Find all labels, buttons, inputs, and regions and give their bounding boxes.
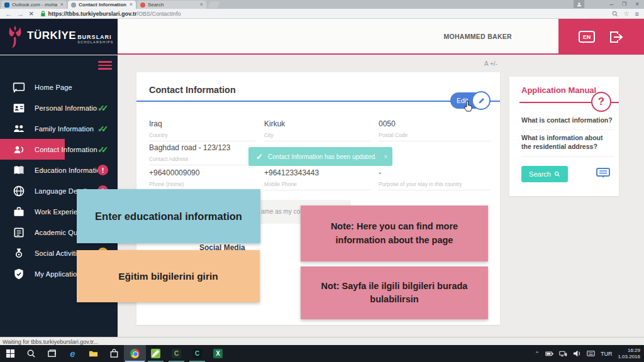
url-field[interactable]: https://tbbs.turkiyeburslari.gov.tr/OBS/… <box>40 11 612 17</box>
date: 1.03.2016 <box>618 354 640 360</box>
url-path: /OBS/ContactInfo <box>136 11 180 17</box>
annotation-note-pink-tr: Not: Sayfa ile ilgili bilgileri burada b… <box>301 266 488 319</box>
checkbox-label-fragment: ame as my cont <box>261 208 306 215</box>
user-name[interactable]: MOHAMMED BAKER <box>443 33 512 40</box>
field-country: Iraq Country <box>149 119 256 141</box>
camtasia-recorder-icon[interactable]: C <box>171 348 182 359</box>
close-tab-icon[interactable]: × <box>200 2 203 8</box>
sidebar-item-personal-information[interactable]: Personal Information ✓✓ <box>0 97 118 118</box>
header-actions: EN <box>558 19 644 55</box>
bookmark-star-icon[interactable]: ☆ <box>624 10 630 17</box>
close-tab-icon[interactable]: × <box>60 2 64 8</box>
window-minimize-button[interactable]: – <box>609 1 613 8</box>
browser-profile-icon[interactable] <box>574 0 584 8</box>
pencil-icon <box>472 91 491 110</box>
required-exclamation-icon: ! <box>97 165 108 175</box>
battery-icon[interactable] <box>545 349 553 358</box>
search-favicon-icon <box>140 3 145 8</box>
start-button-icon[interactable] <box>5 348 16 359</box>
language-badge: EN <box>583 34 591 40</box>
field-purpose-of-stay: - Purpose of your stay in this country <box>379 168 491 190</box>
url-host: https://tbbs.turkiyeburslari.gov.tr <box>48 11 137 17</box>
stop-loading-icon[interactable]: ✕ <box>29 11 34 17</box>
windows-store-icon[interactable] <box>109 348 119 359</box>
language-selector-button[interactable]: EN <box>579 31 595 43</box>
green-pen-app-icon[interactable] <box>150 348 161 359</box>
new-tab-button[interactable] <box>208 1 220 8</box>
sidebar-item-home-page[interactable]: Home Page <box>0 77 118 97</box>
logout-icon[interactable] <box>609 30 624 44</box>
keyboard-language-indicator[interactable]: TUR <box>601 351 613 357</box>
certificate-icon <box>13 226 26 239</box>
field-postal-code: 0050 Postal Code <box>379 119 491 141</box>
globe-icon <box>13 185 26 197</box>
taskbar-clock[interactable]: 16:29 1.03.2016 <box>618 348 640 360</box>
id-card-icon <box>13 102 26 114</box>
system-tray: ⌃ TUR 16:29 1.03.2016 <box>535 345 644 362</box>
field-mobile-phone: +964123343443 Mobile Phone <box>264 168 371 190</box>
network-icon[interactable] <box>559 349 567 358</box>
double-check-icon: ✓✓ <box>97 103 108 113</box>
check-icon: ✓ <box>256 152 263 162</box>
sidebar-item-contact-information[interactable]: Contact Information ✓✓ <box>0 139 118 160</box>
site-logo[interactable]: TÜRKİYE BURSLARI SCHOLARSHIPS <box>0 19 118 55</box>
tab-title: Contact Information <box>79 2 127 8</box>
forward-button-icon[interactable]: → <box>17 10 24 18</box>
manual-question-1[interactable]: What is contact information? <box>521 116 614 130</box>
back-button-icon[interactable]: ← <box>5 10 12 18</box>
browser-tab-contact-information[interactable]: Contact Information × <box>68 1 136 9</box>
task-view-icon[interactable] <box>47 348 57 359</box>
sidebar-toggle-icon[interactable] <box>98 61 112 72</box>
family-icon <box>13 123 26 135</box>
tulip-logo-icon <box>6 25 25 50</box>
window-close-button[interactable]: × <box>635 1 639 8</box>
status-text: Waiting for tbbs.turkiyeburslari.gov.tr.… <box>3 339 98 345</box>
logo-subtitle: BURSLARI <box>77 34 114 40</box>
sidebar-item-education-information[interactable]: Education Information ! <box>0 160 118 180</box>
browser-menu-icon[interactable]: ≡ <box>635 10 639 18</box>
annotation-note-pink-en: Note: Here you can find more information… <box>301 206 488 261</box>
annotation-note-orange: Eğitim bilgilerini girin <box>77 250 260 302</box>
chrome-icon[interactable] <box>130 348 140 359</box>
shield-check-icon <box>13 268 26 280</box>
field-city: Kirkuk City <box>264 119 371 141</box>
zoom-page-icon[interactable] <box>612 11 618 17</box>
close-tab-icon[interactable]: × <box>130 2 133 8</box>
mouse-cursor-hand <box>464 101 473 112</box>
contact-card-icon <box>13 143 26 156</box>
browser-tab-outlook[interactable]: Outlook.com - moha × <box>1 1 67 9</box>
question-mark-icon: ? <box>591 92 611 112</box>
tab-title: Outlook.com - moha <box>12 2 58 8</box>
volume-icon[interactable] <box>573 349 581 358</box>
file-explorer-icon[interactable] <box>88 348 99 359</box>
camtasia-studio-icon[interactable]: C <box>192 348 203 359</box>
application-manual-panel: Application Manual ? What is contact inf… <box>509 77 619 196</box>
window-maximize-button[interactable]: ❐ <box>622 1 626 7</box>
medal-icon <box>13 247 26 260</box>
double-check-icon: ✓✓ <box>97 145 108 155</box>
briefcase-icon <box>13 206 26 218</box>
tbbs-favicon-icon <box>71 3 76 8</box>
taskbar-search-icon[interactable] <box>26 348 36 359</box>
edge-browser-icon[interactable]: e <box>67 348 78 359</box>
sidebar-item-family-information[interactable]: Family Information ✓✓ <box>0 118 118 139</box>
touch-keyboard-icon[interactable] <box>587 349 595 358</box>
toast-message: Contact Information has been updated. <box>268 153 384 160</box>
manual-question-2[interactable]: What is information about the residentia… <box>521 133 614 156</box>
logo-subtitle-2: SCHOLARSHIPS <box>77 40 114 44</box>
book-icon <box>13 164 26 177</box>
browser-tab-search[interactable]: Search × <box>137 1 206 9</box>
excel-icon[interactable]: X <box>213 348 223 359</box>
manual-search-button[interactable]: Search <box>521 166 568 182</box>
success-toast: ✓ Contact Information has been updated. … <box>248 147 392 166</box>
page-title: Contact Information <box>149 85 236 95</box>
browser-address-bar: ← → ✕ https://tbbs.turkiyeburslari.gov.t… <box>0 9 644 19</box>
site-header: TÜRKİYE BURSLARI SCHOLARSHIPS MOHAMMED B… <box>0 19 644 55</box>
hidden-icons-chevron-icon[interactable]: ⌃ <box>535 351 540 357</box>
virtual-keyboard-icon[interactable] <box>596 167 610 181</box>
time: 16:29 <box>618 348 640 354</box>
tab-title: Search <box>148 2 197 8</box>
font-size-control[interactable]: A +/- <box>484 60 497 67</box>
manual-title: Application Manual <box>521 85 596 95</box>
toast-close-icon[interactable]: × <box>384 153 387 160</box>
